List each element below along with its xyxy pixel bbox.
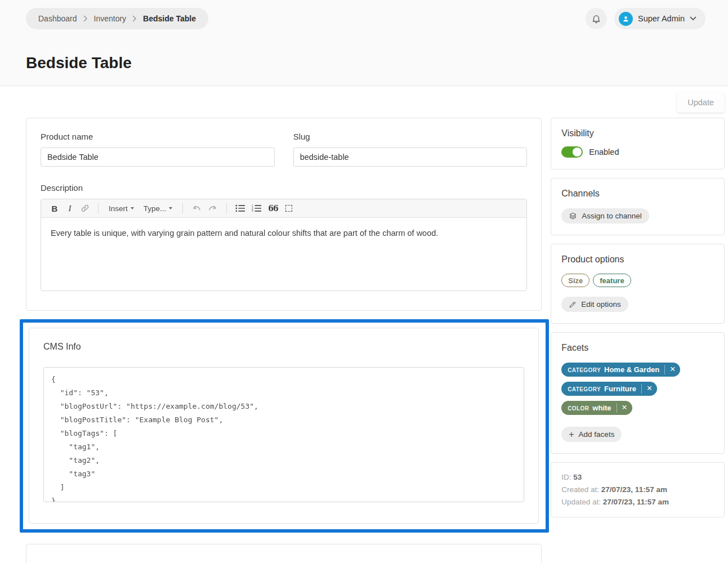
pencil-icon — [569, 301, 577, 309]
redo-icon[interactable] — [206, 202, 220, 215]
rich-text-editor: B I Insert — [41, 199, 527, 291]
toolbar-divider — [182, 203, 183, 213]
link-icon[interactable] — [79, 202, 91, 215]
meta-created-row: Created at: 27/07/23, 11:57 am — [561, 484, 714, 496]
id-label: ID: — [561, 473, 571, 481]
type-dropdown[interactable]: Type... — [140, 202, 176, 215]
cms-info-highlight: CMS Info { "id": "53", "blogPostUrl": "h… — [20, 319, 549, 533]
option-chip-size: Size — [561, 274, 589, 287]
facet-chip: COLOR white ✕ — [561, 401, 632, 415]
meta-id-row: ID: 53 — [561, 471, 714, 484]
product-details-card: Product name Slug Description B I — [26, 118, 542, 311]
user-menu[interactable]: Super Admin — [614, 8, 705, 29]
facet-value-label: white — [592, 404, 611, 412]
plus-icon: + — [569, 430, 574, 439]
breadcrumb-dashboard[interactable]: Dashboard — [38, 14, 77, 23]
channels-title: Channels — [561, 189, 714, 199]
facet-group-label: COLOR — [568, 405, 589, 412]
product-name-input[interactable] — [41, 148, 275, 167]
page-header: Dashboard Inventory Bedside Table — [0, 0, 728, 86]
facets-card: Facets CATEGORY Home & Garden ✕ CATEGORY — [551, 332, 725, 454]
next-section-card — [26, 544, 542, 563]
cms-info-title: CMS Info — [43, 342, 524, 352]
product-name-label: Product name — [41, 132, 275, 141]
undo-icon[interactable] — [190, 202, 203, 215]
type-dropdown-label: Type... — [144, 204, 167, 213]
facet-value-label: Home & Garden — [604, 365, 659, 374]
toggle-knob — [573, 148, 582, 157]
breadcrumb: Dashboard Inventory Bedside Table — [26, 8, 208, 29]
layers-icon — [569, 212, 577, 220]
remove-facet-icon[interactable]: ✕ — [642, 382, 657, 396]
visibility-title: Visibility — [561, 128, 714, 138]
breadcrumb-current: Bedside Table — [143, 14, 196, 23]
toolbar-divider — [98, 203, 99, 213]
product-options-title: Product options — [561, 254, 714, 265]
id-value: 53 — [573, 473, 582, 481]
entity-meta-card: ID: 53 Created at: 27/07/23, 11:57 am Up… — [551, 462, 725, 517]
avatar — [619, 12, 633, 26]
facet-chip: CATEGORY Home & Garden ✕ — [561, 363, 680, 377]
notifications-button[interactable] — [586, 8, 607, 29]
updated-at-value: 27/07/23, 11:57 am — [603, 498, 669, 506]
remove-facet-icon[interactable]: ✕ — [617, 401, 632, 415]
description-editor[interactable]: Every table is unique, with varying grai… — [41, 218, 526, 291]
channels-card: Channels Assign to channel — [551, 178, 725, 235]
update-button[interactable]: Update — [677, 92, 725, 113]
blockquote-icon[interactable]: 66 — [266, 202, 279, 215]
toolbar-divider — [226, 203, 227, 213]
facet-group-label: CATEGORY — [568, 386, 601, 392]
slug-label: Slug — [293, 132, 528, 141]
updated-at-label: Updated at: — [561, 498, 601, 506]
bell-icon — [591, 14, 601, 24]
add-facets-label: Add facets — [579, 430, 615, 439]
created-at-label: Created at: — [561, 485, 599, 494]
cms-info-card: CMS Info { "id": "53", "blogPostUrl": "h… — [29, 328, 539, 524]
bold-button[interactable]: B — [48, 202, 61, 215]
italic-button[interactable]: I — [64, 202, 76, 215]
facet-value-label: Furniture — [604, 385, 636, 393]
assign-to-channel-label: Assign to channel — [582, 212, 642, 220]
remove-facet-icon[interactable]: ✕ — [665, 363, 680, 377]
add-facets-button[interactable]: + Add facets — [561, 427, 622, 442]
svg-text:3: 3 — [252, 209, 253, 212]
editor-toolbar: B I Insert — [41, 199, 526, 218]
chevron-right-icon — [83, 15, 88, 22]
assign-to-channel-button[interactable]: Assign to channel — [561, 208, 649, 224]
caret-down-icon — [131, 207, 134, 209]
cms-info-json-textarea[interactable]: { "id": "53", "blogPostUrl": "https://ex… — [43, 367, 524, 502]
created-at-value: 27/07/23, 11:57 am — [601, 485, 667, 494]
ordered-list-icon[interactable]: 123 — [250, 202, 263, 215]
option-chip-feature: feature — [593, 274, 631, 287]
product-options-card: Product options Size feature Edit option… — [551, 244, 725, 324]
bullet-list-icon[interactable] — [234, 202, 247, 215]
edit-options-label: Edit options — [581, 300, 621, 309]
visibility-card: Visibility Enabled — [551, 118, 725, 169]
html-block-icon[interactable] — [283, 202, 295, 215]
chevron-right-icon — [132, 15, 137, 22]
insert-dropdown[interactable]: Insert — [105, 202, 137, 215]
facets-title: Facets — [561, 343, 714, 353]
chevron-down-icon — [690, 16, 696, 21]
slug-input[interactable] — [293, 148, 528, 167]
caret-down-icon — [169, 207, 172, 209]
edit-options-button[interactable]: Edit options — [561, 297, 628, 312]
visibility-toggle[interactable] — [561, 146, 583, 158]
user-name: Super Admin — [638, 14, 685, 23]
facet-group-label: CATEGORY — [568, 367, 601, 373]
page-title: Bedside Table — [26, 54, 705, 72]
visibility-toggle-label: Enabled — [589, 148, 619, 157]
meta-updated-row: Updated at: 27/07/23, 11:57 am — [561, 496, 714, 508]
description-label: Description — [41, 183, 527, 193]
breadcrumb-inventory[interactable]: Inventory — [94, 14, 127, 23]
insert-dropdown-label: Insert — [109, 204, 128, 213]
facet-chip: CATEGORY Furniture ✕ — [561, 382, 657, 396]
